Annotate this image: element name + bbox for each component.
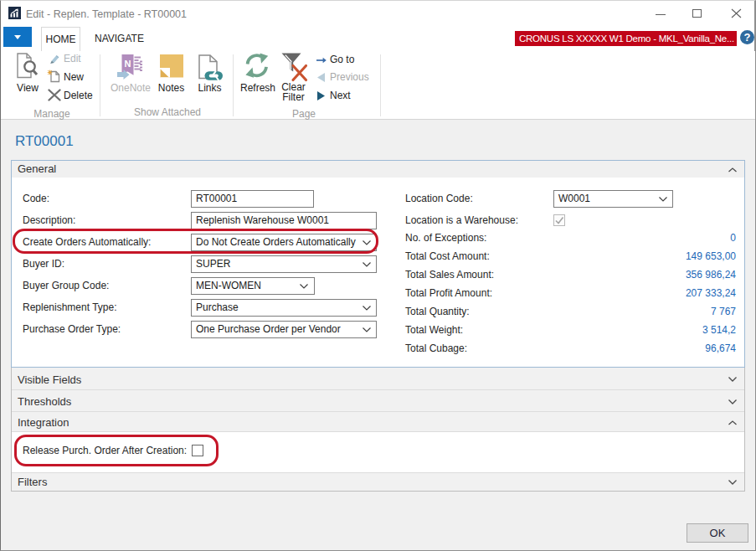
svg-text:N: N [124,59,131,69]
